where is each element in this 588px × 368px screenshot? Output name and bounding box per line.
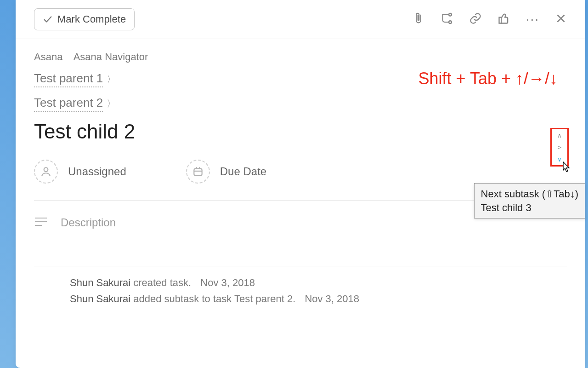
parent-task-2[interactable]: Test parent 2 〉	[34, 96, 567, 112]
due-date-label: Due Date	[220, 165, 266, 178]
task-detail-panel: Mark Complete ··· Asana Asana Navi	[16, 0, 585, 368]
activity-text: added subtask to task Test parent 2.	[130, 293, 295, 305]
svg-point-4	[44, 167, 48, 172]
toolbar-actions: ···	[412, 12, 567, 27]
check-icon	[43, 14, 53, 24]
chevron-right-icon: 〉	[107, 73, 116, 86]
parent-link-label: Test parent 1	[34, 71, 103, 87]
activity-user: Shun Sakurai	[70, 293, 130, 305]
svg-point-1	[449, 21, 452, 23]
tooltip-target: Test child 3	[481, 201, 578, 215]
activity-date: Nov 3, 2018	[305, 293, 359, 305]
more-icon[interactable]: ···	[526, 12, 539, 27]
activity-date: Nov 3, 2018	[200, 277, 255, 288]
mark-complete-button[interactable]: Mark Complete	[34, 8, 135, 30]
breadcrumb-item[interactable]: Asana Navigator	[66, 51, 148, 63]
assignee-field[interactable]: Unassigned	[34, 160, 126, 184]
nav-up-button[interactable]: ∧	[558, 132, 561, 139]
calendar-icon	[186, 160, 210, 184]
mark-complete-label: Mark Complete	[57, 13, 126, 25]
description-icon	[34, 217, 48, 229]
nav-tooltip: Next subtask (⇧Tab↓) Test child 3	[474, 183, 585, 218]
attachment-icon[interactable]	[412, 12, 425, 27]
task-fields: Unassigned Due Date	[34, 160, 567, 184]
activity-log: Shun Sakurai created task. Nov 3, 2018 S…	[34, 266, 567, 307]
breadcrumb-item[interactable]: Asana	[34, 51, 62, 63]
breadcrumb: Asana Asana Navigator	[34, 51, 567, 63]
chevron-right-icon: 〉	[107, 98, 116, 110]
task-title[interactable]: Test child 2	[34, 120, 567, 143]
activity-entry: Shun Sakurai created task. Nov 3, 2018	[70, 275, 567, 291]
person-icon	[34, 160, 58, 184]
parent-link-label: Test parent 2	[34, 96, 103, 112]
nav-right-button[interactable]: >	[558, 144, 561, 151]
activity-text: created task.	[130, 277, 191, 288]
activity-entry: Shun Sakurai added subtask to task Test …	[70, 291, 567, 307]
toolbar: Mark Complete ···	[16, 0, 585, 39]
svg-rect-5	[194, 169, 202, 176]
close-icon[interactable]	[555, 12, 567, 26]
due-date-field[interactable]: Due Date	[186, 160, 266, 184]
link-icon[interactable]	[469, 12, 482, 27]
cursor-pointer-icon	[560, 161, 571, 175]
svg-point-0	[449, 13, 452, 16]
subtask-icon[interactable]	[441, 12, 453, 27]
description-placeholder: Description	[61, 216, 116, 229]
assignee-label: Unassigned	[68, 165, 126, 178]
activity-user: Shun Sakurai	[70, 277, 130, 288]
annotation-shortcut-label: Shift + Tab + ↑/→/↓	[418, 69, 558, 88]
like-icon[interactable]	[498, 12, 510, 27]
tooltip-title: Next subtask (⇧Tab↓)	[481, 187, 578, 201]
